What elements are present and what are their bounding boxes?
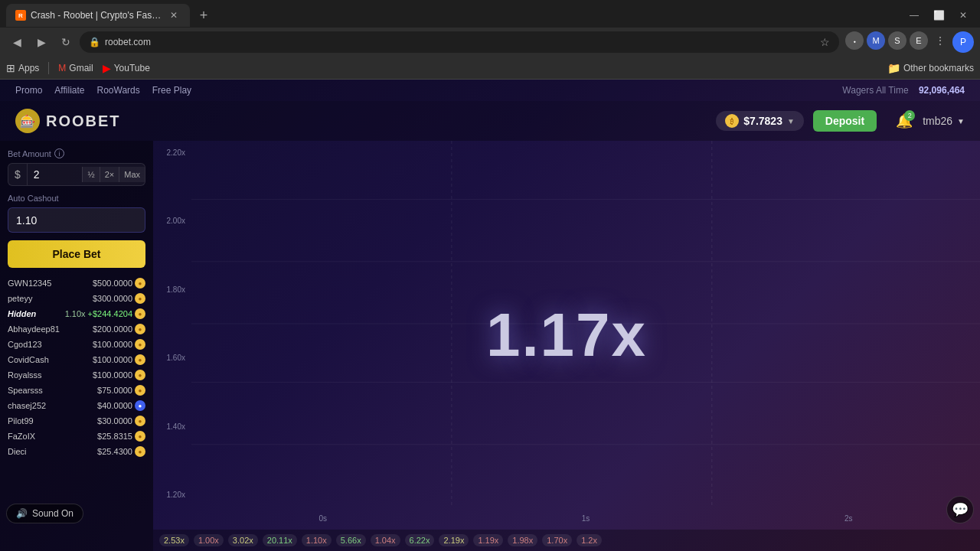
notification-button[interactable]: 🔔 2	[892, 109, 916, 133]
roobet-header: 🎰 ROOBET ₿ $7.7823 ▼ Deposit 🔔 2 tmb26 ▼	[0, 101, 980, 141]
active-tab[interactable]: R Crash - Roobet | Crypto's Fastest ✕	[6, 4, 190, 27]
player-coin-icon: ●	[135, 339, 145, 350]
player-row: Hidden1.10x+$244.4204●	[8, 306, 145, 321]
history-item[interactable]: 2.19x	[439, 534, 469, 546]
window-minimize[interactable]: —	[903, 5, 925, 26]
back-button[interactable]: ◀	[6, 31, 28, 53]
y-axis-labels: 2.20x 2.00x 1.80x 1.60x 1.40x 1.20x	[153, 141, 191, 507]
history-item[interactable]: 1.70x	[542, 534, 572, 546]
roobet-main: Bet Amount i $ ½ 2× Max Auto Cashout ✕ P…	[0, 141, 980, 551]
bookmark-star-icon[interactable]: ☆	[820, 36, 830, 48]
other-bookmarks[interactable]: 📁 Other bookmarks	[887, 62, 974, 74]
player-row: Cgod123$100.0000●	[8, 337, 145, 352]
sound-button[interactable]: 🔊 Sound On	[6, 504, 83, 523]
affiliate-link[interactable]: Affiliate	[54, 85, 84, 96]
profile-avatar[interactable]: P	[952, 31, 974, 53]
x-axis-labels: 0s 1s 2s	[191, 507, 980, 530]
player-row: Dieci$25.4300●	[8, 444, 145, 459]
history-item[interactable]: 2.53x	[159, 534, 189, 546]
player-row: Royalsss$100.0000●	[8, 367, 145, 383]
player-coin-icon: ●	[135, 400, 145, 411]
place-bet-button[interactable]: Place Bet	[8, 240, 145, 268]
extension-icon-4[interactable]: E	[910, 31, 928, 50]
tab-title: Crash - Roobet | Crypto's Fastest	[31, 10, 162, 21]
url-bar[interactable]: 🔒 roobet.com ☆	[80, 31, 839, 53]
extension-icon-2[interactable]: M	[867, 31, 885, 50]
y-label-140: 1.40x	[153, 422, 191, 431]
nav-bar: ◀ ▶ ↻ 🔒 roobet.com ☆ ⬩ M S E ⋮ P	[0, 28, 980, 57]
apps-grid-icon: ⊞	[6, 62, 15, 74]
tab-close-icon[interactable]: ✕	[167, 8, 181, 22]
apps-bookmark[interactable]: ⊞ Apps	[6, 62, 39, 74]
history-item[interactable]: 1.98x	[508, 534, 537, 546]
browser-icons: ⬩ M S E ⋮ P	[845, 31, 974, 53]
youtube-icon: ▶	[103, 62, 111, 74]
history-item[interactable]: 20.11x	[263, 534, 297, 546]
player-coin-icon: ●	[135, 416, 145, 426]
roowards-link[interactable]: RooWards	[96, 85, 139, 96]
window-close[interactable]: ✕	[952, 5, 974, 26]
player-coin-icon: ●	[135, 385, 145, 396]
logo-icon: 🎰	[15, 109, 40, 133]
player-row: Spearsss$75.0000●	[8, 383, 145, 398]
history-item[interactable]: 1.19x	[473, 534, 503, 546]
wagers-info: Wagers All Time 92,096,464	[842, 85, 965, 96]
sound-label: Sound On	[32, 508, 74, 519]
player-coin-icon: ●	[135, 278, 145, 289]
deposit-button[interactable]: Deposit	[813, 110, 877, 132]
chat-button[interactable]: 💬	[946, 496, 974, 523]
logo-text: ROOBET	[46, 112, 121, 130]
history-item[interactable]: 1.04x	[371, 534, 400, 546]
youtube-bookmark[interactable]: ▶ YouTube	[103, 62, 150, 74]
reload-button[interactable]: ↻	[55, 31, 77, 53]
promo-link[interactable]: Promo	[15, 85, 42, 96]
history-item[interactable]: 5.66x	[336, 534, 366, 546]
double-bet-button[interactable]: 2×	[100, 167, 119, 182]
forward-button[interactable]: ▶	[31, 31, 52, 53]
gmail-icon: M	[58, 63, 66, 73]
gmail-bookmark[interactable]: M Gmail	[58, 63, 93, 73]
history-item[interactable]: 1.00x	[194, 534, 224, 546]
history-item[interactable]: 3.02x	[228, 534, 258, 546]
browser-menu-icon[interactable]: ⋮	[931, 31, 949, 50]
player-name: Royalsss	[8, 370, 93, 380]
max-bet-button[interactable]: Max	[119, 167, 145, 182]
player-amount: $25.4300	[97, 447, 132, 456]
player-amount: $300.0000	[93, 294, 132, 303]
notification-badge: 2	[904, 110, 915, 121]
balance-display[interactable]: ₿ $7.7823 ▼	[716, 111, 804, 131]
player-name: Pilot99	[8, 416, 97, 425]
crash-game-area: 2.20x 2.00x 1.80x 1.60x 1.40x 1.20x	[153, 141, 980, 530]
half-bet-button[interactable]: ½	[82, 167, 99, 182]
balance-amount: $7.7823	[743, 115, 782, 127]
auto-cashout-input-row: ✕	[8, 207, 145, 233]
player-coin-icon: ●	[135, 308, 145, 319]
history-item[interactable]: 1.10x	[302, 534, 332, 546]
player-row: Pilot99$30.0000●	[8, 413, 145, 429]
lock-icon: 🔒	[89, 37, 100, 47]
extension-icon-3[interactable]: S	[888, 31, 906, 50]
history-item[interactable]: 1.2x	[577, 534, 602, 546]
history-bar: 2.53x1.00x3.02x20.11x1.10x5.66x1.04x6.22…	[153, 530, 980, 551]
player-amount: $100.0000	[93, 340, 132, 349]
left-panel: Bet Amount i $ ½ 2× Max Auto Cashout ✕ P…	[0, 141, 153, 551]
player-row: GWN12345$500.0000●	[8, 276, 145, 291]
info-icon: i	[54, 148, 64, 158]
coin-icon: ₿	[725, 114, 739, 128]
player-amount: $100.0000	[93, 355, 132, 364]
player-amount: $500.0000	[93, 279, 132, 288]
url-text[interactable]: roobet.com	[105, 37, 815, 47]
new-tab-button[interactable]: +	[193, 5, 214, 26]
user-display[interactable]: tmb26 ▼	[923, 115, 965, 127]
player-row: Abhaydeep81$200.0000●	[8, 321, 145, 337]
history-item[interactable]: 6.22x	[405, 534, 435, 546]
bet-input[interactable]	[28, 164, 83, 185]
balance-chevron-icon: ▼	[787, 117, 795, 126]
window-maximize[interactable]: ⬜	[928, 5, 949, 26]
auto-cashout-input[interactable]	[8, 210, 145, 231]
extension-icon-1[interactable]: ⬩	[845, 31, 864, 50]
tab-bar: R Crash - Roobet | Crypto's Fastest ✕ + …	[0, 0, 980, 28]
free-play-link[interactable]: Free Play	[152, 85, 191, 96]
player-name: peteyy	[8, 294, 93, 303]
player-name: Hidden	[8, 309, 65, 318]
